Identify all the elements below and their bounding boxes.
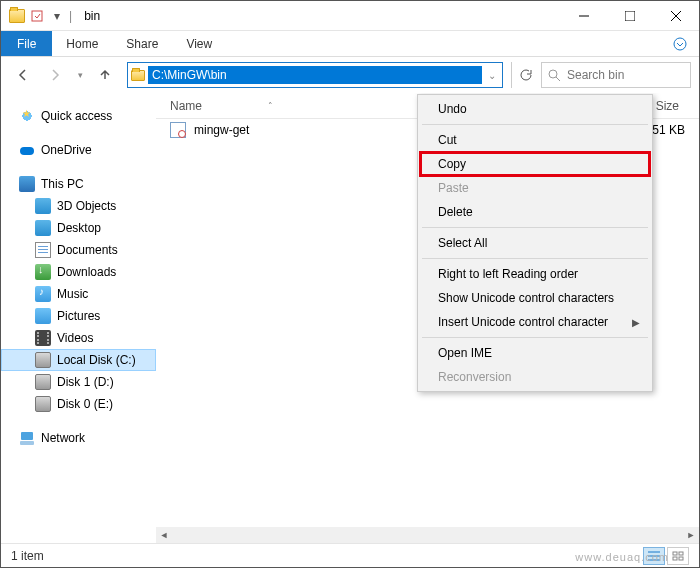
disk-icon [35,374,51,390]
ctx-cut[interactable]: Cut [420,128,650,152]
sort-arrow-icon: ˄ [268,101,273,111]
recent-dropdown[interactable]: ▾ [73,61,87,89]
up-button[interactable] [91,61,119,89]
app-folder-icon [9,9,25,23]
scroll-left-icon[interactable]: ◄ [156,527,172,543]
window-controls [561,1,699,31]
scroll-track[interactable] [172,527,683,543]
window-title: bin [84,9,100,23]
sidebar-item-videos[interactable]: Videos [1,327,156,349]
disk-icon [35,396,51,412]
ctx-reconversion: Reconversion [420,365,650,389]
cloud-icon [19,142,35,158]
sidebar-item-network[interactable]: Network [1,427,156,449]
title-separator: | [69,9,72,23]
svg-rect-2 [625,11,635,21]
sidebar-item-music[interactable]: Music [1,283,156,305]
desktop-icon [35,220,51,236]
application-icon [170,122,186,138]
svg-rect-11 [673,552,677,555]
sidebar-item-local-disk-c[interactable]: Local Disk (C:) [1,349,156,371]
maximize-button[interactable] [607,1,653,31]
navigation-pane: Quick access OneDrive This PC 3D Objects… [1,93,156,543]
submenu-arrow-icon: ▶ [632,317,640,328]
ctx-rtl-reading[interactable]: Right to left Reading order [420,262,650,286]
network-icon [19,430,35,446]
search-box[interactable]: Search bin [541,62,691,88]
pictures-icon [35,308,51,324]
svg-point-5 [674,38,686,50]
file-tab[interactable]: File [1,31,52,56]
home-tab[interactable]: Home [52,31,112,56]
share-tab[interactable]: Share [112,31,172,56]
close-button[interactable] [653,1,699,31]
star-icon [19,108,35,124]
view-tab[interactable]: View [172,31,226,56]
body: Quick access OneDrive This PC 3D Objects… [1,93,699,543]
svg-point-6 [549,70,557,78]
sidebar-item-documents[interactable]: Documents [1,239,156,261]
address-folder-icon [128,70,148,81]
ctx-separator [422,124,648,125]
file-list-pane: Name˄ Size mingw-get 51 KB Undo Cut Copy… [156,93,699,543]
disk-icon [35,352,51,368]
pc-icon [19,176,35,192]
svg-rect-12 [679,552,683,555]
address-bar[interactable]: ⌄ [127,62,503,88]
refresh-button[interactable] [511,62,537,88]
forward-button[interactable] [41,61,69,89]
context-menu: Undo Cut Copy Paste Delete Select All Ri… [417,94,653,392]
music-icon [35,286,51,302]
sidebar-item-disk-d[interactable]: Disk 1 (D:) [1,371,156,393]
ctx-copy[interactable]: Copy [420,152,650,176]
sidebar-item-quick-access[interactable]: Quick access [1,105,156,127]
ctx-delete[interactable]: Delete [420,200,650,224]
documents-icon [35,242,51,258]
ctx-paste: Paste [420,176,650,200]
downloads-icon [35,264,51,280]
sidebar-item-pictures[interactable]: Pictures [1,305,156,327]
sidebar-item-3d-objects[interactable]: 3D Objects [1,195,156,217]
objects-icon [35,198,51,214]
ribbon-collapse-button[interactable] [661,31,699,56]
ctx-open-ime[interactable]: Open IME [420,341,650,365]
minimize-button[interactable] [561,1,607,31]
search-icon [548,69,561,82]
ctx-separator [422,258,648,259]
svg-rect-0 [32,11,42,21]
address-dropdown-icon[interactable]: ⌄ [482,70,502,81]
ctx-undo[interactable]: Undo [420,97,650,121]
column-size[interactable]: Size [656,99,679,113]
qat-properties-icon[interactable] [29,8,45,24]
view-icons-button[interactable] [667,547,689,565]
svg-rect-14 [679,557,683,560]
svg-rect-13 [673,557,677,560]
title-bar: ▾ | bin [1,1,699,31]
horizontal-scrollbar[interactable]: ◄ ► [156,527,699,543]
nav-row: ▾ ⌄ Search bin [1,57,699,93]
sidebar-item-disk-e[interactable]: Disk 0 (E:) [1,393,156,415]
sidebar-item-onedrive[interactable]: OneDrive [1,139,156,161]
ctx-select-all[interactable]: Select All [420,231,650,255]
ctx-insert-unicode[interactable]: Insert Unicode control character▶ [420,310,650,334]
sidebar-item-desktop[interactable]: Desktop [1,217,156,239]
ctx-show-unicode[interactable]: Show Unicode control characters [420,286,650,310]
file-name: mingw-get [194,123,249,137]
ribbon-tabs: File Home Share View [1,31,699,57]
back-button[interactable] [9,61,37,89]
watermark: www.deuaq.com [575,551,669,563]
sidebar-item-this-pc[interactable]: This PC [1,173,156,195]
scroll-right-icon[interactable]: ► [683,527,699,543]
svg-line-7 [556,77,560,81]
ctx-separator [422,227,648,228]
address-input[interactable] [148,66,482,84]
quick-access-toolbar: ▾ [1,8,65,24]
qat-dropdown-icon[interactable]: ▾ [49,8,65,24]
file-size: 51 KB [652,123,685,137]
search-placeholder: Search bin [567,68,624,82]
status-item-count: 1 item [11,549,44,563]
videos-icon [35,330,51,346]
ctx-separator [422,337,648,338]
sidebar-item-downloads[interactable]: Downloads [1,261,156,283]
